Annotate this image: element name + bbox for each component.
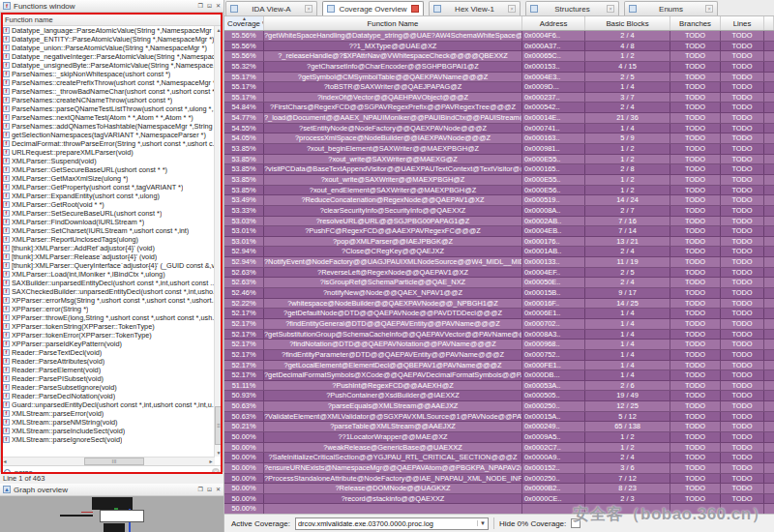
list-item[interactable]: fParseNames::_skipNonWhitespace(ushort c… bbox=[1, 70, 215, 78]
list-item[interactable]: fXMLParser::GetSecureBaseURL(ushort cons… bbox=[1, 165, 215, 174]
horizontal-scroll-thumb[interactable]: III bbox=[84, 458, 144, 465]
tab-coverage-overview[interactable]: Coverage Overview bbox=[322, 1, 424, 15]
list-item[interactable]: fXMLParser::SetCharset(IURLStream *,usho… bbox=[1, 226, 215, 235]
column-header-branches[interactable]: Branches bbox=[670, 16, 721, 30]
list-item[interactable]: fReader::ParseElement(void) bbox=[1, 366, 215, 374]
restore-icon[interactable]: ❐ bbox=[198, 487, 203, 492]
table-row[interactable]: 52.17%?findEntityGeneral@DTD@@QAEPAVEnti… bbox=[224, 319, 774, 330]
table-row[interactable]: 50.63%?parseEquals@XMLStream@@AAEJXZ0x00… bbox=[224, 401, 774, 412]
list-item[interactable]: fXMLParser::SetSecureBaseURL(ushort cons… bbox=[1, 209, 215, 218]
vertical-scrollbar[interactable]: ▲ ≡ ▼ bbox=[214, 26, 223, 457]
tab-close-icon[interactable]: ✕ bbox=[508, 5, 516, 13]
functions-window-titlebar[interactable]: f Functions window ❐ ⊡ ✕ bbox=[0, 0, 223, 13]
table-row[interactable]: 50.00%?ProcessStandaloneAttribute@NodeFa… bbox=[224, 474, 774, 485]
list-item[interactable]: fgetSelectionNamespaces(tagVARIANT *,Nam… bbox=[1, 131, 215, 139]
table-row[interactable]: 54.77%?_load@Document@@AAEX_NPAUIMoniker… bbox=[224, 113, 774, 124]
table-row[interactable]: 50.00%?Release@DOMNode@@UAGKXZ0x0000B2..… bbox=[224, 484, 774, 494]
list-item[interactable]: fXPParser::error(String *) bbox=[1, 305, 215, 313]
list-item[interactable]: fXPParser::tokenString(XPParser::TokenTy… bbox=[1, 322, 215, 331]
table-row[interactable]: 54.05%?processXmlSpace@NodeBuilder@@IAEX… bbox=[224, 133, 774, 144]
table-row[interactable]: 54.84%?FirstChars@RegexFCD@@SGPAVRegexPr… bbox=[224, 103, 774, 113]
list-item[interactable]: f[thunk]:XMLParser::Release`adjustor{4}'… bbox=[1, 252, 215, 261]
list-item[interactable]: fXPParser::throwE(long,String *,ushort c… bbox=[1, 313, 215, 322]
table-row[interactable]: 52.17%?getLocalElement@ElementDecl@@QBEP… bbox=[224, 361, 774, 371]
list-item[interactable]: fXMLParser::FindDownload(IURLStream *) bbox=[1, 218, 215, 226]
table-row[interactable]: 50.00%??1LocatorWrapper@@MAE@XZ0x0009A5.… bbox=[224, 432, 774, 443]
table-row[interactable]: 52.94%?NotifyEvent@NodeFactory@@UAGJPAUI… bbox=[224, 257, 774, 268]
tab-close-icon[interactable] bbox=[411, 5, 419, 13]
list-item[interactable]: fXMLParser::ExpandEntity(ushort const *,… bbox=[1, 192, 215, 200]
restore-icon[interactable]: ❐ bbox=[198, 3, 203, 9]
list-item[interactable]: fParseNames::_throwBadNameChar(ushort co… bbox=[1, 87, 215, 96]
list-item[interactable]: fSAXCheckedBuilder::unparsedEntityDecl(u… bbox=[1, 287, 215, 296]
list-item[interactable]: fDecimalFormat::throwParseError(String *… bbox=[1, 139, 215, 148]
list-item[interactable]: fSAXBuilder::unparsedEntityDecl(ushort c… bbox=[1, 279, 215, 287]
table-row[interactable]: 53.01%?pop@XMLParser@@IAEJPBGK@Z0x000176… bbox=[224, 237, 774, 248]
table-row[interactable]: 53.33%?clearSecurityInfo@SecurityInfo@@Q… bbox=[224, 206, 774, 217]
graph-viewport-rect[interactable] bbox=[100, 510, 144, 522]
table-row[interactable]: 52.17%?getDecimalFormatSymbols@XCode@@QA… bbox=[224, 370, 774, 381]
list-item[interactable]: f[thunk]:XMLParser::AddRef`adjustor{4}' … bbox=[1, 244, 215, 252]
list-item[interactable]: fDatatype_union::ParseAtomicValue(String… bbox=[1, 44, 215, 52]
list-item[interactable]: fXPParser::parseIdKeyPattern(void) bbox=[1, 340, 215, 348]
tab-close-icon[interactable]: ✕ bbox=[607, 5, 614, 13]
list-item[interactable]: fReader::ParseSubsetIgnore(void) bbox=[1, 383, 215, 392]
table-row[interactable]: 55.56%??1_MXType@@UAE@XZ0x000A37..4 / 8T… bbox=[224, 42, 774, 52]
list-item[interactable]: f[thunk]:XMLParser::QueryInterface`adjus… bbox=[1, 261, 215, 270]
list-item[interactable]: fXMLStream::parseNMString(void) bbox=[1, 418, 215, 427]
table-row[interactable]: 50.00% bbox=[224, 504, 774, 514]
list-item[interactable]: fGuard::unparsedEntityDecl(ushort const … bbox=[1, 400, 215, 409]
scroll-right-icon[interactable]: ► bbox=[207, 458, 215, 465]
list-item[interactable]: fReader::ParseTextDecl(void) bbox=[1, 348, 215, 357]
table-row[interactable]: 50.00%?ensureURNExists@NamespaceMgr@@QAE… bbox=[224, 463, 774, 474]
table-row[interactable]: 52.94%?Close@CRegKey@@QAEJXZ0x0001AB..2 … bbox=[224, 247, 774, 257]
float-icon[interactable]: ⊡ bbox=[207, 3, 212, 9]
table-row[interactable]: 55.17%?getSymbol@CMSymbolTable@@QAEKPAVN… bbox=[224, 73, 774, 83]
table-row[interactable]: 53.85%?xout_beginElement@SAXWriter@@MAEX… bbox=[224, 144, 774, 155]
list-item[interactable]: fDatatype_language::ParseAtomicValue(Str… bbox=[1, 26, 215, 35]
table-row[interactable]: 50.00%?SafeInitializeCriticalSection@@YG… bbox=[224, 453, 774, 463]
table-row[interactable]: 52.63%?isGroupRef@SchemaParticle@@QAE_NX… bbox=[224, 278, 774, 288]
active-coverage-select[interactable]: drcov.xmlvalidate.exe.03700.0000.proc.lo… bbox=[295, 517, 489, 530]
list-item[interactable]: fDatatype_negativeInteger::ParseAtomicVa… bbox=[1, 52, 215, 61]
function-name-column-header[interactable]: Function name bbox=[1, 14, 223, 26]
list-item[interactable]: fParseNames::nextQNameTest(Atom * *,Atom… bbox=[1, 113, 215, 122]
list-item[interactable]: fXPParser::tokenError(XPParser::TokenTyp… bbox=[1, 331, 215, 340]
table-row[interactable]: 52.17%?findEntityParameter@DTD@@QAEPAVEn… bbox=[224, 350, 774, 361]
list-item[interactable]: fDatatype_unsignedByte::ParseAtomicValue… bbox=[1, 61, 215, 70]
list-item[interactable]: fXMLParser::GetMaxXmlSize(ulong *) bbox=[1, 174, 215, 183]
scroll-left-icon[interactable]: ◄ bbox=[1, 458, 9, 465]
vertical-scroll-thumb[interactable]: ≡ bbox=[215, 406, 223, 445]
horizontal-scrollbar[interactable]: ◄ III ► bbox=[1, 457, 215, 465]
table-row[interactable]: 51.11%?PushInt@RegexFCD@@AAEXH@Z0x00053A… bbox=[224, 381, 774, 392]
table-row[interactable]: 52.46%?notifyNew@Node@@QAEX_NPAV1@@Z0x00… bbox=[224, 288, 774, 299]
tab-enums[interactable]: Enums✕ bbox=[624, 1, 718, 15]
close-icon[interactable]: ✕ bbox=[216, 3, 221, 9]
table-row[interactable]: 52.17%?getDefaultNode@DTD@@QAEPAVNode@@P… bbox=[224, 309, 774, 319]
tab-hex-view-1[interactable]: Hex View-1✕ bbox=[429, 1, 521, 15]
list-item[interactable]: fParseNames::createPrefixThrow(ushort co… bbox=[1, 78, 215, 87]
table-row[interactable]: 53.49%?ReduceConcatenation@RegexNode@@QA… bbox=[224, 195, 774, 206]
column-header-address[interactable]: Address bbox=[522, 16, 585, 30]
table-row[interactable]: 53.01%?PushFC@RegexFCD@@AAEXPAVRegexFC@@… bbox=[224, 226, 774, 237]
list-item[interactable]: fURLRequest::prepareXMLParser(void) bbox=[1, 148, 215, 157]
table-row[interactable]: 53.85%?visitPCData@BaseTextAppendVisitor… bbox=[224, 164, 774, 175]
list-item[interactable]: fXMLParser::Suspend(void) bbox=[1, 157, 215, 165]
list-item[interactable]: fParseNames::createNCNameThrow(ushort co… bbox=[1, 96, 215, 104]
table-row[interactable]: 53.85%?xout_write@SAXWriter@@MAEXG@Z0x00… bbox=[224, 155, 774, 165]
graph-overview-titlebar[interactable]: ▲ Graph overview ❐ ⊡ ✕ bbox=[0, 484, 223, 496]
graph-overview-content[interactable] bbox=[0, 496, 223, 532]
hide-zero-coverage-checkbox[interactable] bbox=[571, 518, 580, 528]
tab-structures[interactable]: Structures✕ bbox=[525, 1, 619, 15]
table-row[interactable]: 55.56%?getWhiteSpaceHandling@Datatype_st… bbox=[224, 31, 774, 42]
list-item[interactable]: fDatatype_ENTITY::ParseAtomicValue(Strin… bbox=[1, 35, 215, 44]
table-row[interactable]: 52.63%?ReverseLeft@RegexNode@@QAEPAV1@XZ… bbox=[224, 268, 774, 279]
list-item[interactable]: fXMLStream::parseIgnoreSect(void) bbox=[1, 435, 215, 444]
table-row[interactable]: 52.22%?whitespace@NodeBuilder@@QAEXPAVNo… bbox=[224, 299, 774, 310]
tab-close-icon[interactable]: ✕ bbox=[305, 5, 313, 13]
scroll-up-icon[interactable]: ▲ bbox=[215, 26, 223, 34]
table-row[interactable]: 50.63%?ValidateElement@XMLValidator@@SGX… bbox=[224, 412, 774, 423]
list-item[interactable]: fXMLParser::Load(int,IMoniker *,IBindCtx… bbox=[1, 270, 215, 279]
tab-close-icon[interactable]: ✕ bbox=[705, 5, 713, 13]
table-row[interactable]: 50.21%?parseTable@XMLStream@@AAEJXZ0x000… bbox=[224, 422, 774, 432]
